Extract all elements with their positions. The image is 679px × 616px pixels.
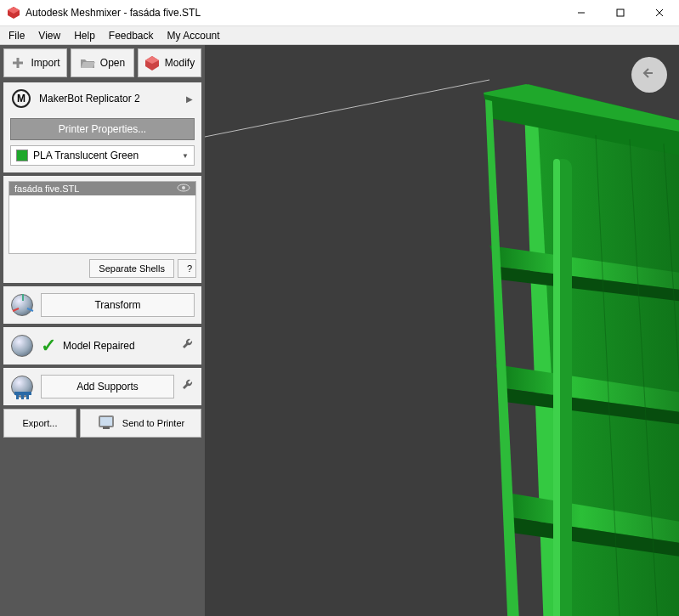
chevron-down-icon: ▼ bbox=[182, 152, 189, 160]
svg-rect-20 bbox=[100, 417, 112, 426]
files-panel: fasáda five.STL Separate Shells ? bbox=[3, 176, 201, 283]
svg-rect-18 bbox=[26, 395, 29, 399]
folder-icon bbox=[80, 55, 95, 71]
chevron-right-icon: ▶ bbox=[186, 94, 193, 104]
viewport[interactable] bbox=[205, 45, 679, 616]
wrench-icon[interactable] bbox=[181, 337, 195, 354]
app-icon bbox=[7, 6, 20, 20]
printer-name: MakerBot Replicator 2 bbox=[39, 93, 140, 105]
menu-file[interactable]: File bbox=[8, 30, 25, 42]
separate-shells-button[interactable]: Separate Shells bbox=[89, 259, 174, 278]
menu-myaccount[interactable]: My Account bbox=[167, 30, 220, 42]
makerbot-icon: M bbox=[12, 89, 31, 108]
sidebar: Import Open Modify M MakerBot Replicator… bbox=[0, 45, 205, 616]
modify-button[interactable]: Modify bbox=[138, 48, 201, 77]
window-title: Autodesk Meshmixer - fasáda five.STL bbox=[25, 7, 562, 19]
titlebar: Autodesk Meshmixer - fasáda five.STL bbox=[0, 0, 679, 26]
check-icon: ✓ bbox=[41, 335, 56, 357]
menu-view[interactable]: View bbox=[38, 30, 60, 42]
svg-line-14 bbox=[27, 308, 33, 311]
svg-rect-16 bbox=[16, 395, 19, 399]
menubar: File View Help Feedback My Account bbox=[0, 26, 679, 45]
export-button[interactable]: Export... bbox=[3, 409, 76, 438]
model-render bbox=[443, 76, 679, 616]
wrench-icon[interactable] bbox=[181, 378, 195, 395]
help-button[interactable]: ? bbox=[178, 259, 196, 278]
menu-feedback[interactable]: Feedback bbox=[109, 30, 154, 42]
transform-icon bbox=[10, 293, 34, 317]
open-label: Open bbox=[100, 57, 125, 69]
add-supports-button[interactable]: Add Supports bbox=[41, 375, 174, 398]
file-item[interactable]: fasáda five.STL bbox=[9, 182, 195, 195]
repair-icon bbox=[10, 334, 34, 358]
modify-label: Modify bbox=[165, 57, 195, 69]
supports-icon bbox=[10, 375, 34, 398]
printer-panel: M MakerBot Replicator 2 ▶ Printer Proper… bbox=[3, 82, 201, 172]
svg-marker-38 bbox=[485, 99, 521, 616]
svg-rect-3 bbox=[617, 9, 624, 16]
svg-rect-21 bbox=[103, 427, 110, 429]
file-name: fasáda five.STL bbox=[14, 184, 79, 194]
printer-properties-button[interactable]: Printer Properties... bbox=[10, 118, 195, 140]
transform-panel: Transform bbox=[3, 286, 201, 324]
svg-rect-37 bbox=[553, 159, 560, 616]
material-swatch bbox=[16, 150, 28, 161]
top-toolbar: Import Open Modify bbox=[0, 45, 205, 81]
model-repaired-label: Model Repaired bbox=[63, 334, 174, 358]
close-button[interactable] bbox=[640, 0, 679, 25]
file-list: fasáda five.STL bbox=[8, 181, 196, 254]
transform-button[interactable]: Transform bbox=[41, 293, 195, 317]
svg-rect-15 bbox=[14, 392, 31, 395]
open-button[interactable]: Open bbox=[71, 48, 134, 77]
svg-point-11 bbox=[182, 186, 185, 189]
menu-help[interactable]: Help bbox=[74, 30, 95, 42]
svg-rect-17 bbox=[21, 395, 24, 399]
printer-icon bbox=[97, 414, 116, 432]
material-name: PLA Translucent Green bbox=[33, 150, 139, 161]
maximize-button[interactable] bbox=[601, 0, 640, 25]
import-label: Import bbox=[31, 57, 59, 69]
modify-icon bbox=[144, 55, 160, 71]
supports-panel: Add Supports bbox=[3, 368, 201, 405]
material-select[interactable]: PLA Translucent Green ▼ bbox=[10, 145, 195, 166]
send-label: Send to Printer bbox=[122, 418, 184, 428]
minimize-button[interactable] bbox=[562, 0, 601, 25]
send-to-printer-button[interactable]: Send to Printer bbox=[80, 409, 201, 438]
svg-line-13 bbox=[13, 308, 19, 311]
printer-select-row[interactable]: M MakerBot Replicator 2 ▶ bbox=[3, 82, 201, 115]
repair-panel: ✓ Model Repaired bbox=[3, 327, 201, 365]
import-button[interactable]: Import bbox=[3, 48, 67, 77]
bottom-row: Export... Send to Printer bbox=[0, 409, 205, 441]
eye-icon[interactable] bbox=[177, 184, 190, 194]
plus-icon bbox=[10, 55, 25, 71]
